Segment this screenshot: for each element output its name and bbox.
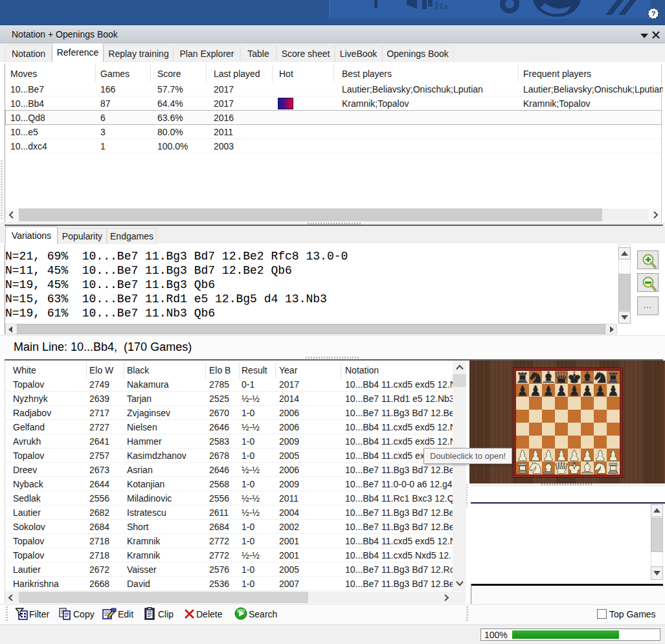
svg-text:?: ? <box>651 10 656 17</box>
